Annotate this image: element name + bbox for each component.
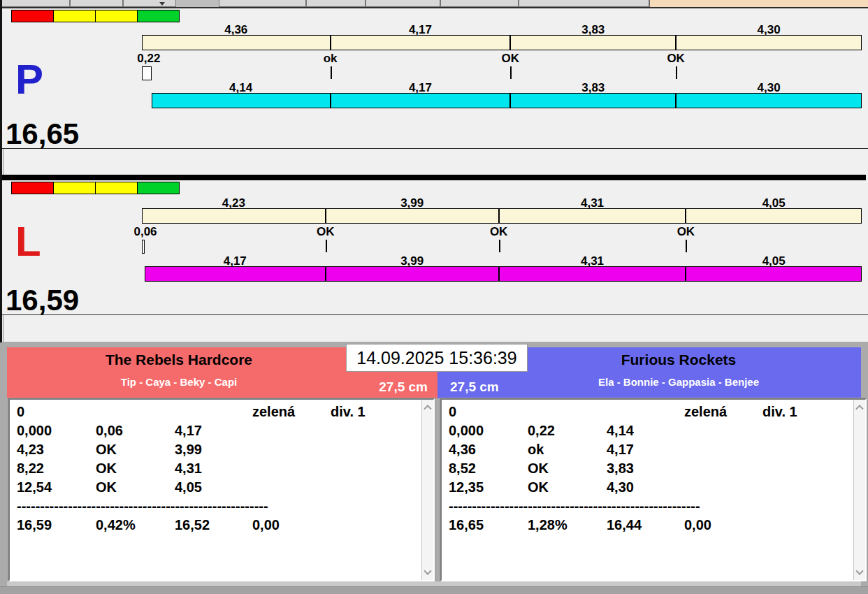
lane-total: 16,65: [6, 120, 79, 148]
status-light: [11, 182, 54, 194]
scroll-down-button[interactable]: [422, 567, 433, 579]
split-bar-segment: [331, 35, 511, 50]
log-cell: 3,83: [607, 461, 634, 477]
team-log-left[interactable]: 0zelenádiv. 10,0000,064,174,23OK3,998,22…: [8, 398, 435, 581]
lane-total: 16,59: [6, 287, 79, 314]
log-cell: 0: [449, 404, 456, 420]
net-time-label: 4,31: [581, 255, 604, 267]
footer-band: [0, 586, 868, 594]
log-cell: 4,17: [607, 442, 634, 458]
toolbar-button[interactable]: [306, 0, 366, 7]
net-time-label: 4,17: [409, 82, 432, 94]
log-row: 0,0000,224,14: [442, 423, 853, 442]
log-cell: 16,65: [449, 517, 484, 533]
timing-bars: 4,233,994,314,050,06OKOKOK4,173,994,314,…: [0, 197, 868, 282]
team-log-right[interactable]: 0zelenádiv. 10,0000,224,144,36ok4,178,52…: [440, 398, 867, 581]
scroll-down-button[interactable]: [854, 567, 865, 579]
scroll-up-button[interactable]: [854, 401, 865, 412]
toolbar-button[interactable]: [123, 0, 176, 7]
toolbar-button[interactable]: [70, 0, 123, 7]
chevron-up-icon: [424, 405, 431, 412]
toolbar-peach-area: [649, 0, 868, 7]
log-row: ----------------------------------------…: [10, 498, 421, 517]
segment-tick: [499, 240, 500, 252]
status-lights: [12, 10, 180, 22]
log-cell: div. 1: [762, 404, 797, 420]
log-cell: 4,14: [607, 423, 634, 439]
log-cell: 1,28%: [528, 517, 567, 533]
toolbar-button[interactable]: [219, 0, 306, 7]
log-cell: 0,00: [684, 517, 711, 533]
toolbar-button[interactable]: [440, 0, 519, 7]
net-time-label: 4,05: [762, 255, 786, 267]
dropdown-arrow-icon[interactable]: [159, 2, 165, 6]
log-row: 0,0000,064,17: [10, 423, 421, 442]
log-cell: 4,30: [607, 479, 634, 495]
log-cell: 4,17: [175, 423, 202, 439]
split-time-label: 4,05: [762, 197, 786, 209]
log-cell: 0,000: [17, 423, 52, 439]
net-bar-segment: [686, 266, 862, 282]
log-row: 0zelenádiv. 1: [442, 404, 853, 423]
segment-tick: [331, 66, 332, 79]
status-lights: [12, 182, 180, 194]
chevron-down-icon: [855, 567, 863, 575]
chevron-down-icon: [424, 567, 431, 575]
datetime-box: 14.09.2025 15:36:39: [346, 344, 528, 372]
team-dogs: Tip - Caya - Beky - Capi: [7, 376, 437, 388]
split-time-label: 3,83: [581, 24, 605, 36]
split-bar-segment: [686, 208, 862, 224]
status-light: [137, 10, 180, 22]
timing-bars: 4,364,173,834,300,22okOKOK4,144,173,834,…: [0, 24, 868, 109]
lane-panel-right: P 4,364,173,834,300,22okOKOK4,144,173,83…: [0, 7, 868, 149]
log-cell: 4,36: [449, 442, 476, 458]
black-divider: [2, 175, 866, 180]
segment-tick: [676, 66, 677, 79]
teams-section: The Rebels Hardcore Tip - Caya - Beky - …: [0, 342, 868, 594]
log-cell: 0,000: [449, 423, 484, 439]
log-cell: ok: [528, 442, 544, 458]
net-bar-segment: [152, 93, 331, 108]
app-window: P 4,364,173,834,300,22okOKOK4,144,173,83…: [0, 0, 868, 594]
scroll-up-button[interactable]: [422, 401, 433, 412]
team-height-badge: 27,5 cm: [379, 379, 428, 395]
pass-status-label: OK: [317, 226, 335, 238]
lane-bottom-strip: [3, 315, 865, 342]
log-cell: 0,00: [252, 517, 280, 533]
log-cell: 8,52: [449, 461, 476, 477]
split-time-label: 4,36: [224, 24, 247, 36]
toolbar-button[interactable]: [366, 0, 440, 7]
log-cell: 4,31: [175, 461, 202, 477]
pass-status-label: OK: [490, 226, 508, 238]
log-row: 16,651,28%16,440,00: [442, 517, 853, 536]
log-text: 0zelenádiv. 10,0000,064,174,23OK3,998,22…: [10, 400, 421, 580]
toolbar-button[interactable]: [519, 0, 649, 7]
pass-status-label: OK: [667, 52, 685, 64]
split-time-label: 3,99: [400, 197, 424, 209]
split-bar-segment: [499, 208, 686, 224]
pass-status-label: OK: [502, 52, 520, 64]
window-left-edge: [0, 0, 2, 342]
log-cell: OK: [528, 479, 549, 495]
log-cell: 16,44: [607, 517, 642, 533]
log-row: 4,36ok4,17: [442, 442, 853, 461]
chevron-up-icon: [855, 405, 863, 412]
start-offset-box: [142, 66, 152, 80]
status-light: [53, 10, 96, 22]
split-time-label: 4,30: [758, 24, 781, 36]
log-cell: 0: [17, 404, 24, 420]
net-bar-segment: [331, 93, 511, 108]
toolbar-button[interactable]: [1, 0, 70, 7]
log-row: 12,54OK4,05: [10, 479, 421, 498]
log-cell: 12,54: [17, 479, 52, 495]
scrollbar[interactable]: [853, 400, 865, 580]
footer-strip: [7, 581, 861, 586]
log-cell: 0,06: [96, 423, 123, 439]
start-offset-label: 0,22: [137, 52, 160, 64]
net-bar-segment: [326, 266, 499, 282]
scrollbar[interactable]: [421, 400, 433, 580]
segment-tick: [686, 240, 687, 252]
log-cell: 3,99: [175, 442, 202, 458]
segment-tick: [510, 66, 512, 79]
toolbar-strip: [0, 0, 868, 7]
